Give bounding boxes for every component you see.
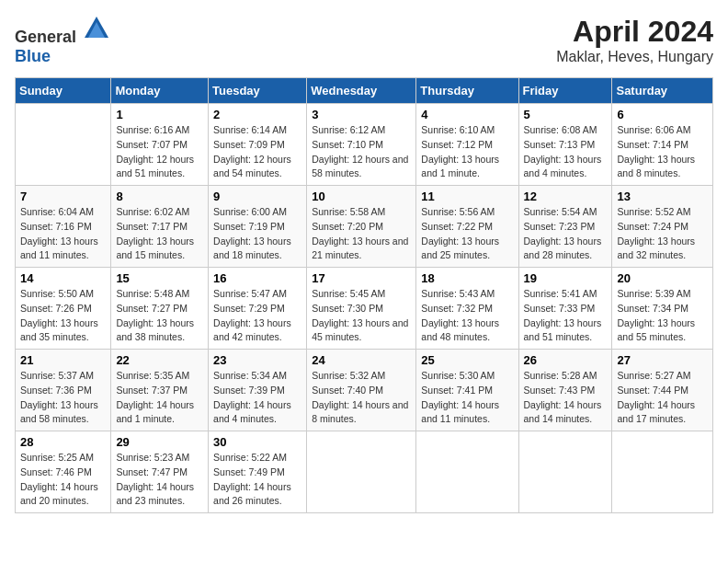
day-info: Sunrise: 5:41 AMSunset: 7:33 PMDaylight:… <box>524 287 608 345</box>
day-number: 21 <box>20 353 106 367</box>
day-cell: 10Sunrise: 5:58 AMSunset: 7:20 PMDayligh… <box>307 186 416 268</box>
day-number: 14 <box>20 271 106 285</box>
day-cell: 18Sunrise: 5:43 AMSunset: 7:32 PMDayligh… <box>416 268 518 350</box>
day-info: Sunrise: 5:30 AMSunset: 7:41 PMDaylight:… <box>421 369 513 427</box>
day-info: Sunrise: 6:12 AMSunset: 7:10 PMDaylight:… <box>312 123 411 181</box>
day-cell: 11Sunrise: 5:56 AMSunset: 7:22 PMDayligh… <box>416 186 518 268</box>
week-row-2: 7Sunrise: 6:04 AMSunset: 7:16 PMDaylight… <box>16 186 713 268</box>
day-info: Sunrise: 5:50 AMSunset: 7:26 PMDaylight:… <box>20 287 106 345</box>
day-cell: 23Sunrise: 5:34 AMSunset: 7:39 PMDayligh… <box>209 350 307 431</box>
week-row-5: 28Sunrise: 5:25 AMSunset: 7:46 PMDayligh… <box>16 431 713 513</box>
day-number: 11 <box>421 190 513 203</box>
day-info: Sunrise: 6:14 AMSunset: 7:09 PMDaylight:… <box>213 123 301 181</box>
day-number: 4 <box>421 108 513 121</box>
day-info: Sunrise: 6:00 AMSunset: 7:19 PMDaylight:… <box>213 205 301 263</box>
page-header: General Blue April 2024 Maklar, Heves, H… <box>15 15 713 66</box>
day-number: 12 <box>524 190 608 203</box>
day-cell: 7Sunrise: 6:04 AMSunset: 7:16 PMDaylight… <box>16 186 111 268</box>
day-number: 3 <box>312 108 411 121</box>
day-number: 15 <box>116 271 203 285</box>
day-info: Sunrise: 5:43 AMSunset: 7:32 PMDaylight:… <box>421 287 513 345</box>
day-cell: 30Sunrise: 5:22 AMSunset: 7:49 PMDayligh… <box>209 431 307 513</box>
title-block: April 2024 Maklar, Heves, Hungary <box>556 15 713 65</box>
day-cell: 12Sunrise: 5:54 AMSunset: 7:23 PMDayligh… <box>518 186 612 268</box>
day-info: Sunrise: 5:25 AMSunset: 7:46 PMDaylight:… <box>20 451 106 509</box>
day-cell: 3Sunrise: 6:12 AMSunset: 7:10 PMDaylight… <box>307 104 416 186</box>
day-cell: 17Sunrise: 5:45 AMSunset: 7:30 PMDayligh… <box>307 268 416 350</box>
day-info: Sunrise: 5:28 AMSunset: 7:43 PMDaylight:… <box>524 369 608 427</box>
day-number: 22 <box>116 353 203 367</box>
day-info: Sunrise: 6:08 AMSunset: 7:13 PMDaylight:… <box>524 123 608 181</box>
day-cell: 1Sunrise: 6:16 AMSunset: 7:07 PMDaylight… <box>111 104 209 186</box>
col-header-wednesday: Wednesday <box>307 78 416 104</box>
week-row-1: 1Sunrise: 6:16 AMSunset: 7:07 PMDaylight… <box>16 104 713 186</box>
day-number: 28 <box>20 435 106 449</box>
day-info: Sunrise: 5:52 AMSunset: 7:24 PMDaylight:… <box>617 205 708 263</box>
day-number: 30 <box>213 435 301 449</box>
day-info: Sunrise: 5:23 AMSunset: 7:47 PMDaylight:… <box>116 451 203 509</box>
day-cell: 9Sunrise: 6:00 AMSunset: 7:19 PMDaylight… <box>209 186 307 268</box>
day-info: Sunrise: 5:45 AMSunset: 7:30 PMDaylight:… <box>312 287 411 345</box>
col-header-thursday: Thursday <box>416 78 518 104</box>
day-cell: 26Sunrise: 5:28 AMSunset: 7:43 PMDayligh… <box>518 350 612 431</box>
day-number: 20 <box>617 271 708 285</box>
day-cell: 21Sunrise: 5:37 AMSunset: 7:36 PMDayligh… <box>16 350 111 431</box>
day-number: 8 <box>116 190 203 203</box>
day-number: 29 <box>116 435 203 449</box>
day-cell <box>416 431 518 513</box>
day-info: Sunrise: 6:10 AMSunset: 7:12 PMDaylight:… <box>421 123 513 181</box>
day-cell: 8Sunrise: 6:02 AMSunset: 7:17 PMDaylight… <box>111 186 209 268</box>
day-cell: 5Sunrise: 6:08 AMSunset: 7:13 PMDaylight… <box>518 104 612 186</box>
week-row-3: 14Sunrise: 5:50 AMSunset: 7:26 PMDayligh… <box>16 268 713 350</box>
day-cell <box>612 431 713 513</box>
col-header-monday: Monday <box>111 78 209 104</box>
day-number: 16 <box>213 271 301 285</box>
day-cell: 16Sunrise: 5:47 AMSunset: 7:29 PMDayligh… <box>209 268 307 350</box>
day-number: 10 <box>312 190 411 203</box>
day-cell: 27Sunrise: 5:27 AMSunset: 7:44 PMDayligh… <box>612 350 713 431</box>
day-cell: 6Sunrise: 6:06 AMSunset: 7:14 PMDaylight… <box>612 104 713 186</box>
day-number: 9 <box>213 190 301 203</box>
day-cell: 14Sunrise: 5:50 AMSunset: 7:26 PMDayligh… <box>16 268 111 350</box>
day-cell: 15Sunrise: 5:48 AMSunset: 7:27 PMDayligh… <box>111 268 209 350</box>
day-cell: 24Sunrise: 5:32 AMSunset: 7:40 PMDayligh… <box>307 350 416 431</box>
day-info: Sunrise: 5:54 AMSunset: 7:23 PMDaylight:… <box>524 205 608 263</box>
calendar-subtitle: Maklar, Heves, Hungary <box>556 49 713 65</box>
day-info: Sunrise: 5:39 AMSunset: 7:34 PMDaylight:… <box>617 287 708 345</box>
day-number: 18 <box>421 271 513 285</box>
day-number: 25 <box>421 353 513 367</box>
day-info: Sunrise: 5:27 AMSunset: 7:44 PMDaylight:… <box>617 369 708 427</box>
day-number: 1 <box>116 108 203 121</box>
day-info: Sunrise: 6:06 AMSunset: 7:14 PMDaylight:… <box>617 123 708 181</box>
day-number: 7 <box>20 190 106 203</box>
logo: General Blue <box>15 15 110 66</box>
day-info: Sunrise: 6:02 AMSunset: 7:17 PMDaylight:… <box>116 205 203 263</box>
calendar-header-row: SundayMondayTuesdayWednesdayThursdayFrid… <box>16 78 713 104</box>
logo-general: General <box>15 28 76 46</box>
day-info: Sunrise: 5:48 AMSunset: 7:27 PMDaylight:… <box>116 287 203 345</box>
day-info: Sunrise: 5:34 AMSunset: 7:39 PMDaylight:… <box>213 369 301 427</box>
day-info: Sunrise: 5:37 AMSunset: 7:36 PMDaylight:… <box>20 369 106 427</box>
day-number: 26 <box>524 353 608 367</box>
day-info: Sunrise: 5:35 AMSunset: 7:37 PMDaylight:… <box>116 369 203 427</box>
logo-blue: Blue <box>15 47 51 65</box>
day-info: Sunrise: 5:22 AMSunset: 7:49 PMDaylight:… <box>213 451 301 509</box>
day-cell: 28Sunrise: 5:25 AMSunset: 7:46 PMDayligh… <box>16 431 111 513</box>
day-cell: 20Sunrise: 5:39 AMSunset: 7:34 PMDayligh… <box>612 268 713 350</box>
day-info: Sunrise: 5:56 AMSunset: 7:22 PMDaylight:… <box>421 205 513 263</box>
day-number: 23 <box>213 353 301 367</box>
day-number: 6 <box>617 108 708 121</box>
day-cell: 19Sunrise: 5:41 AMSunset: 7:33 PMDayligh… <box>518 268 612 350</box>
day-info: Sunrise: 5:32 AMSunset: 7:40 PMDaylight:… <box>312 369 411 427</box>
day-info: Sunrise: 6:16 AMSunset: 7:07 PMDaylight:… <box>116 123 203 181</box>
day-cell: 2Sunrise: 6:14 AMSunset: 7:09 PMDaylight… <box>209 104 307 186</box>
day-number: 17 <box>312 271 411 285</box>
day-info: Sunrise: 5:47 AMSunset: 7:29 PMDaylight:… <box>213 287 301 345</box>
day-info: Sunrise: 5:58 AMSunset: 7:20 PMDaylight:… <box>312 205 411 263</box>
calendar-table: SundayMondayTuesdayWednesdayThursdayFrid… <box>15 77 713 513</box>
day-cell: 4Sunrise: 6:10 AMSunset: 7:12 PMDaylight… <box>416 104 518 186</box>
day-number: 5 <box>524 108 608 121</box>
day-number: 2 <box>213 108 301 121</box>
day-cell: 25Sunrise: 5:30 AMSunset: 7:41 PMDayligh… <box>416 350 518 431</box>
day-number: 13 <box>617 190 708 203</box>
